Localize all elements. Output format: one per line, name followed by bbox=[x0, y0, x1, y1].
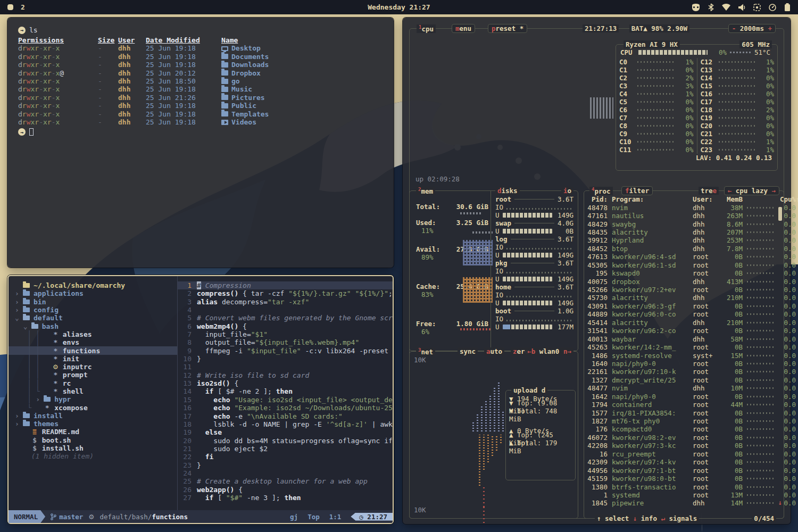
tree-item-shell[interactable]: │ └ *shell bbox=[15, 387, 177, 395]
interval-minus-button[interactable]: - bbox=[732, 24, 736, 32]
tree-item-applications[interactable]: ›applications bbox=[15, 289, 177, 297]
col-pid[interactable]: Pid: bbox=[584, 195, 612, 203]
tree-item-install[interactable]: ›install bbox=[15, 412, 177, 420]
col-program[interactable]: Program: bbox=[612, 195, 693, 203]
process-row[interactable]: 1640napi/phy0-0root0B0.0 bbox=[584, 360, 776, 368]
tree-item-hypr[interactable]: │ ›hypr bbox=[15, 395, 177, 403]
proc-sort-selector[interactable]: ← cpu lazy → bbox=[724, 186, 779, 195]
process-row[interactable]: 40075dropboxdhh413M0.0 bbox=[584, 277, 776, 285]
process-row[interactable]: 1827mt76-tx phy0root0B0.0 bbox=[584, 417, 776, 425]
volume-icon[interactable] bbox=[738, 4, 745, 11]
omarchy-logo-icon[interactable] bbox=[7, 4, 13, 10]
process-row[interactable]: 1845pipewiredhh14M0.0 bbox=[584, 499, 776, 507]
tree-item-init[interactable]: │ │ *init bbox=[15, 355, 177, 363]
process-row[interactable]: 45730alacrittydhh210M0.0 bbox=[584, 294, 776, 302]
proc-filter-button[interactable]: filter bbox=[621, 186, 653, 195]
process-row[interactable]: 176kcompactd0root0B0.0 bbox=[584, 425, 776, 433]
tree-item-aliases[interactable]: │ │ *aliases bbox=[15, 330, 177, 338]
col-cpu[interactable]: Cpu% bbox=[779, 195, 796, 203]
process-row[interactable]: 39912Hyprlanddhh253M0.0 bbox=[584, 236, 776, 244]
tree-item-readme-md[interactable]: ≣README.md bbox=[15, 428, 177, 436]
tree-item-prompt[interactable]: │ │ *prompt bbox=[15, 371, 177, 379]
process-row[interactable]: 195kswapd0root0B0.0 bbox=[584, 269, 776, 277]
update-interval[interactable]: - 2000ms + bbox=[728, 24, 776, 33]
process-row[interactable]: 48477nvimdhh10M0.0 bbox=[584, 384, 776, 392]
btop-window[interactable]: 1cpu menu preset * 21:27:13 BAT▲ 98% 2.9… bbox=[403, 18, 791, 524]
process-row[interactable]: 45305kworker/u96:1-sdroot0B0.0 bbox=[584, 261, 776, 269]
disk-name-row: boot1.0G bbox=[495, 307, 573, 315]
process-row[interactable]: 44889kworker/u96:0-coroot0B0.0 bbox=[584, 310, 776, 318]
speedometer-icon[interactable] bbox=[769, 4, 776, 11]
tree-item-xcompose[interactable]: └ *xcompose bbox=[15, 403, 177, 411]
process-row[interactable]: 45263kworker/14:2-mm_root0B0.0 bbox=[584, 343, 776, 351]
tree-item-config[interactable]: ›config bbox=[15, 306, 177, 314]
battery-icon[interactable] bbox=[784, 3, 791, 11]
info-button[interactable]: info bbox=[641, 514, 657, 522]
tab-net[interactable]: 3net bbox=[416, 347, 435, 356]
tree-item-boot-sh[interactable]: $boot.sh bbox=[15, 436, 177, 444]
interval-plus-button[interactable]: + bbox=[768, 24, 772, 32]
process-row[interactable]: 47161nautilusdhh263M0.0 bbox=[584, 212, 776, 220]
wifi-icon[interactable] bbox=[722, 4, 730, 11]
tree-item-bash[interactable]: ⌄bash bbox=[15, 322, 177, 330]
process-row[interactable]: 22161kworker/u97:10-kroot0B0.0 bbox=[584, 368, 776, 376]
net-interface-switcher[interactable]: ←b wlan0 n→ bbox=[525, 347, 573, 355]
tab-cpu[interactable]: 1cpu bbox=[417, 24, 436, 33]
process-row[interactable]: 48478nvimdhh38M0.0 bbox=[584, 203, 776, 211]
mask-icon[interactable] bbox=[692, 4, 700, 11]
process-row[interactable]: 1systemdroot13M0.0 bbox=[584, 491, 776, 499]
editor-window[interactable]: ~/.local/share/omarchy›applications›bin›… bbox=[7, 275, 394, 524]
process-row[interactable]: 46072kworker/u98:2-evroot0B0.0 bbox=[584, 434, 776, 442]
proc-scrollbar[interactable] bbox=[778, 207, 782, 221]
process-row[interactable]: 1577irq/81-PIXA3854:root0B0.0 bbox=[584, 409, 776, 417]
process-row[interactable]: 1794containerdroot44M0.0 bbox=[584, 401, 776, 409]
col-user[interactable]: User: bbox=[693, 195, 718, 203]
tree-item-rc[interactable]: │ │ *rc bbox=[15, 379, 177, 387]
tree-item--1-hidden-item-[interactable]: (1 hidden item) bbox=[15, 452, 177, 460]
workspace-indicator[interactable]: 2 bbox=[21, 3, 25, 11]
tab-proc[interactable]: 4proc bbox=[589, 187, 613, 195]
scroll-down-icon[interactable]: ↓ bbox=[778, 498, 782, 506]
tree-item-functions[interactable]: │ │ *functions bbox=[9, 346, 178, 354]
code-editor[interactable]: 1# Compression2compress() { tar -czf "${… bbox=[178, 276, 393, 510]
tree-item-default[interactable]: ⌄default bbox=[15, 314, 177, 322]
process-row[interactable]: 42309kworker/u97:4-kvroot0B0.0 bbox=[584, 458, 776, 466]
net-sync-toggle[interactable]: sync bbox=[458, 347, 478, 355]
terminal-window[interactable]: → ls PermissionsSizeUserDate ModifiedNam… bbox=[7, 18, 394, 268]
proc-tree-toggle[interactable]: tree bbox=[699, 187, 719, 195]
process-row[interactable]: 31541kworker/u96:2-coroot0B0.0 bbox=[584, 327, 776, 335]
process-row[interactable]: 40013waybardhh58M0.0 bbox=[584, 335, 776, 343]
tree-item-inputrc[interactable]: │ │ ⚙inputrc bbox=[15, 363, 177, 371]
tree-item-install-sh[interactable]: $install.sh bbox=[15, 444, 177, 452]
process-row[interactable]: 43091kworker/u96:3-gfroot0B0.0 bbox=[584, 302, 776, 310]
process-row[interactable]: 45266kworker/u97:2+evroot0B0.0 bbox=[584, 286, 776, 294]
process-row[interactable]: 1327dmcrypt_write/25root0B0.0 bbox=[584, 376, 776, 384]
git-branch[interactable]: master bbox=[51, 513, 83, 521]
clock[interactable]: Wednesday 21:27 bbox=[0, 3, 798, 11]
col-memb[interactable]: MemB bbox=[718, 195, 743, 203]
process-row[interactable]: 16rcu_preemptroot0B0.0 bbox=[584, 450, 776, 458]
signals-button[interactable]: signals bbox=[669, 514, 697, 522]
process-row[interactable]: 48435alacrittydhh207M0.0 bbox=[584, 228, 776, 236]
tree-item-bin[interactable]: ›bin bbox=[15, 298, 177, 306]
process-row[interactable]: 45414alacrittydhh210M0.0 bbox=[584, 319, 776, 327]
process-row[interactable]: 48429swaybgdhh8.6M0.0 bbox=[584, 220, 776, 228]
process-row[interactable]: 48452btopdhh7.8M0.0 bbox=[584, 245, 776, 253]
process-row[interactable]: 44956kworker/u97:1-btroot0B0.0 bbox=[584, 466, 776, 474]
tab-mem[interactable]: 2mem bbox=[416, 187, 435, 195]
tree-item--local-share-omarchy[interactable]: ~/.local/share/omarchy bbox=[15, 281, 177, 289]
process-row[interactable]: 1486systemd-resolvesyst+15M0.0 bbox=[584, 351, 776, 359]
tree-item-themes[interactable]: ›themes bbox=[15, 420, 177, 428]
net-auto-toggle[interactable]: auto bbox=[484, 347, 504, 355]
process-row[interactable]: 1380btrfs-transactioroot0B0.0 bbox=[584, 483, 776, 491]
screenshare-icon[interactable] bbox=[753, 4, 761, 11]
process-row[interactable]: 45159kworker/u98:0-btroot0B0.0 bbox=[584, 475, 776, 483]
process-row[interactable]: 42208kworker/u97:3-kcroot0B0.0 bbox=[584, 442, 776, 450]
select-hint[interactable]: ↑ select bbox=[597, 514, 629, 522]
process-row[interactable]: 47613kworker/u96:4-sdroot0B0.0 bbox=[584, 253, 776, 261]
process-row[interactable]: 1642napi/phy0-0root0B0.0 bbox=[584, 393, 776, 401]
bluetooth-icon[interactable] bbox=[708, 3, 714, 11]
tree-item-envs[interactable]: │ │ *envs bbox=[15, 338, 177, 346]
preset-button[interactable]: preset * bbox=[488, 24, 527, 33]
menu-button[interactable]: menu bbox=[452, 24, 475, 33]
